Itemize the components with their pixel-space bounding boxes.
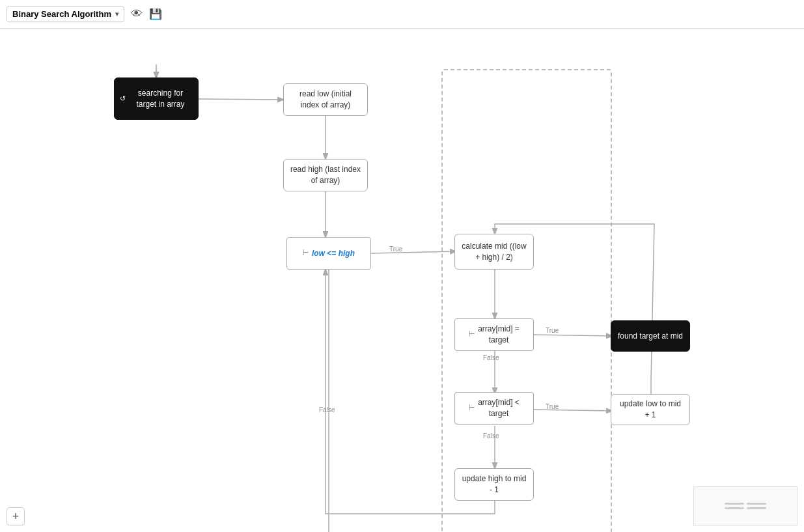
cond-low-high-label: low <= high [312, 248, 355, 259]
minimap-line-4 [747, 507, 766, 509]
svg-line-6 [534, 335, 612, 336]
chevron-icon: ▾ [115, 10, 118, 18]
minimap-line-1 [725, 503, 744, 505]
false-label-cond2: False [483, 432, 499, 440]
update-high-label: update high to mid - 1 [460, 473, 528, 496]
header: Binary Search Algorithm ▾ 👁 💾 [0, 0, 804, 29]
true-label-cond1: True [546, 327, 559, 334]
title-dropdown[interactable]: Binary Search Algorithm ▾ [7, 6, 124, 22]
title-text: Binary Search Algorithm [12, 9, 111, 19]
true-label-cond2: True [546, 403, 559, 410]
update-low-label: update low to mid + 1 [617, 399, 684, 421]
start-label: searching for target in array [128, 88, 193, 110]
cond-low-high-node[interactable]: ⊢ low <= high [286, 237, 371, 270]
minimap [693, 486, 797, 525]
true-label-low-high: True [389, 245, 402, 253]
cond-array-lt-label: array[mid] <target [478, 397, 520, 419]
calc-mid-label: calculate mid ((low + high) / 2) [460, 241, 528, 263]
svg-line-4 [371, 251, 456, 253]
false-label-loop: False [319, 406, 335, 413]
read-low-node[interactable]: read low (initial index of array) [283, 83, 368, 116]
found-node[interactable]: found target at mid [611, 320, 690, 352]
start-node[interactable]: ↺ searching for target in array [114, 77, 199, 120]
found-label: found target at mid [618, 331, 683, 342]
false-label-cond1: False [483, 354, 499, 361]
plus-button[interactable]: + [7, 507, 25, 525]
cond-array-eq-node[interactable]: ⊢ array[mid] =target [454, 318, 534, 351]
svg-line-1 [199, 99, 283, 100]
canvas: True False True False True False ↺ searc… [0, 29, 804, 532]
read-low-label: read low (initial index of array) [289, 89, 362, 111]
save-icon[interactable]: 💾 [149, 8, 162, 20]
update-low-node[interactable]: update low to mid + 1 [611, 394, 690, 425]
minimap-line-3 [725, 507, 744, 509]
cond-array-eq-label: array[mid] =target [478, 324, 520, 346]
eye-icon[interactable]: 👁 [131, 7, 143, 21]
dashed-region [441, 69, 612, 532]
read-high-label: read high (last index of array) [289, 164, 362, 186]
minimap-grid [725, 503, 766, 509]
minimap-line-2 [747, 503, 766, 505]
read-high-node[interactable]: read high (last index of array) [283, 159, 368, 191]
cond-array-lt-node[interactable]: ⊢ array[mid] <target [454, 392, 534, 425]
update-high-node[interactable]: update high to mid - 1 [454, 468, 534, 501]
calc-mid-node[interactable]: calculate mid ((low + high) / 2) [454, 234, 534, 270]
